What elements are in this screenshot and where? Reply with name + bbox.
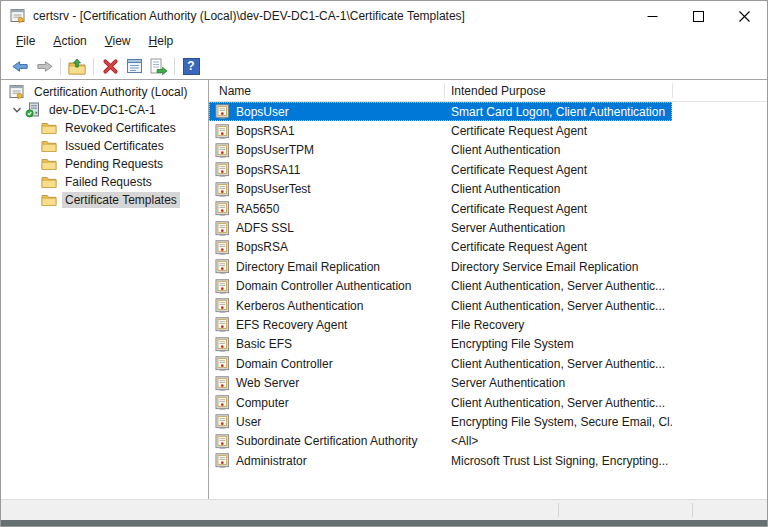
export-list-button[interactable]: [146, 55, 170, 77]
statusbar-separator: [692, 503, 693, 517]
statusbar-separator: [558, 503, 559, 517]
tree-item-certificate-templates[interactable]: Certificate Templates: [1, 191, 208, 209]
minimize-icon: [647, 11, 658, 22]
table-row[interactable]: Computer Client Authentication, Server A…: [209, 393, 672, 412]
certificate-template-icon: [215, 434, 230, 449]
column-divider[interactable]: [444, 83, 445, 98]
close-button[interactable]: [721, 1, 767, 31]
forward-button[interactable]: [32, 55, 56, 77]
table-row[interactable]: ADFS SSL Server Authentication: [209, 218, 672, 237]
console-tree-pane: Certification Authority (Local) dev-DEV-…: [1, 80, 208, 499]
template-purpose: Client Authentication, Server Authentic.…: [444, 279, 672, 293]
template-purpose: Client Authentication, Server Authentic.…: [444, 396, 672, 410]
minimize-button[interactable]: [629, 1, 675, 31]
table-row[interactable]: RA5650 Certificate Request Agent: [209, 199, 672, 218]
table-row[interactable]: Basic EFS Encrypting File System: [209, 335, 672, 354]
certificate-template-icon: [215, 298, 230, 313]
window-title: certsrv - [Certification Authority (Loca…: [33, 9, 465, 23]
certificate-template-icon: [215, 279, 230, 294]
template-name: BopsRSA11: [236, 163, 300, 177]
menu-bar: File Action View Help: [1, 31, 767, 53]
table-row[interactable]: Administrator Microsoft Trust List Signi…: [209, 451, 672, 470]
template-name: Directory Email Replication: [236, 260, 380, 274]
template-name: BopsRSA: [236, 240, 288, 254]
template-purpose: <All>: [444, 434, 672, 448]
template-name: Administrator: [236, 454, 307, 468]
tree-item-revoked-certificates[interactable]: Revoked Certificates: [1, 119, 208, 137]
help-button[interactable]: ?: [179, 55, 203, 77]
tree-children: Revoked Certificates Issued Certificates…: [1, 119, 208, 209]
column-header-name[interactable]: Name: [209, 84, 444, 98]
up-one-level-button[interactable]: [65, 55, 89, 77]
template-purpose: Certificate Request Agent: [444, 202, 672, 216]
window-bottom-edge: [1, 520, 767, 526]
table-row[interactable]: Domain Controller Client Authentication,…: [209, 354, 672, 373]
column-header-intended-purpose[interactable]: Intended Purpose: [444, 84, 672, 98]
template-purpose: Smart Card Logon, Client Authentication: [444, 105, 672, 119]
template-name: BopsUser: [236, 105, 289, 119]
back-arrow-icon: [11, 58, 30, 74]
help-icon: ?: [183, 58, 200, 75]
template-purpose: Certificate Request Agent: [444, 124, 672, 138]
template-name: RA5650: [236, 202, 279, 216]
close-icon: [739, 11, 750, 22]
main-area: Certification Authority (Local) dev-DEV-…: [1, 79, 767, 499]
template-purpose: File Recovery: [444, 318, 672, 332]
delete-button[interactable]: [98, 55, 122, 77]
table-row[interactable]: Subordinate Certification Authority <All…: [209, 432, 672, 451]
properties-button[interactable]: [122, 55, 146, 77]
table-row[interactable]: Kerberos Authentication Client Authentic…: [209, 296, 672, 315]
title-bar[interactable]: certsrv - [Certification Authority (Loca…: [1, 1, 767, 31]
menu-view[interactable]: View: [96, 31, 140, 53]
certsrv-app-icon: [10, 8, 26, 24]
maximize-button[interactable]: [675, 1, 721, 31]
table-row[interactable]: EFS Recovery Agent File Recovery: [209, 315, 672, 334]
menu-file[interactable]: File: [7, 31, 44, 53]
template-purpose: Directory Service Email Replication: [444, 260, 672, 274]
certificate-template-icon: [215, 414, 230, 429]
maximize-icon: [693, 11, 704, 22]
certificate-template-icon: [215, 376, 230, 391]
table-row[interactable]: BopsUserTest Client Authentication: [209, 180, 672, 199]
tree-root-label: Certification Authority (Local): [31, 84, 190, 100]
tree-item-issued-certificates[interactable]: Issued Certificates: [1, 137, 208, 155]
folder-up-icon: [68, 58, 86, 75]
table-row[interactable]: User Encrypting File System, Secure Emai…: [209, 412, 672, 431]
menu-help[interactable]: Help: [140, 31, 183, 53]
certsrv-window: certsrv - [Certification Authority (Loca…: [0, 0, 768, 527]
tree-item-pending-requests[interactable]: Pending Requests: [1, 155, 208, 173]
certificate-template-icon: [215, 104, 230, 119]
template-name: EFS Recovery Agent: [236, 318, 347, 332]
template-name: Domain Controller Authentication: [236, 279, 411, 293]
folder-icon: [41, 174, 57, 190]
table-row[interactable]: BopsUser Smart Card Logon, Client Authen…: [209, 102, 672, 121]
forward-arrow-icon: [35, 58, 54, 74]
certificate-template-icon: [215, 221, 230, 236]
table-row[interactable]: BopsUserTPM Client Authentication: [209, 141, 672, 160]
template-name: BopsUserTPM: [236, 143, 314, 157]
table-row[interactable]: BopsRSA11 Certificate Request Agent: [209, 160, 672, 179]
table-row[interactable]: BopsRSA1 Certificate Request Agent: [209, 121, 672, 140]
toolbar: ?: [1, 53, 767, 79]
folder-icon: [41, 192, 57, 208]
template-purpose: Microsoft Trust List Signing, Encrypting…: [444, 454, 672, 468]
table-row[interactable]: Directory Email Replication Directory Se…: [209, 257, 672, 276]
table-row[interactable]: Domain Controller Authentication Client …: [209, 277, 672, 296]
table-row[interactable]: Web Server Server Authentication: [209, 373, 672, 392]
template-purpose: Encrypting File System, Secure Email, Cl…: [444, 415, 672, 429]
certificate-template-icon: [215, 337, 230, 352]
certificate-template-icon: [215, 201, 230, 216]
tree-item-failed-requests[interactable]: Failed Requests: [1, 173, 208, 191]
chevron-down-icon[interactable]: [9, 102, 25, 118]
table-row[interactable]: BopsRSA Certificate Request Agent: [209, 238, 672, 257]
template-purpose: Client Authentication: [444, 182, 672, 196]
folder-icon: [41, 156, 57, 172]
back-button[interactable]: [8, 55, 32, 77]
tree-item-ca-server[interactable]: dev-DEV-DC1-CA-1: [1, 101, 208, 119]
menu-action[interactable]: Action: [44, 31, 95, 53]
tree-item-certification-authority[interactable]: Certification Authority (Local): [1, 83, 208, 101]
certificate-template-icon: [215, 356, 230, 371]
template-name: Computer: [236, 396, 289, 410]
column-divider[interactable]: [672, 83, 673, 98]
properties-icon: [126, 58, 143, 74]
